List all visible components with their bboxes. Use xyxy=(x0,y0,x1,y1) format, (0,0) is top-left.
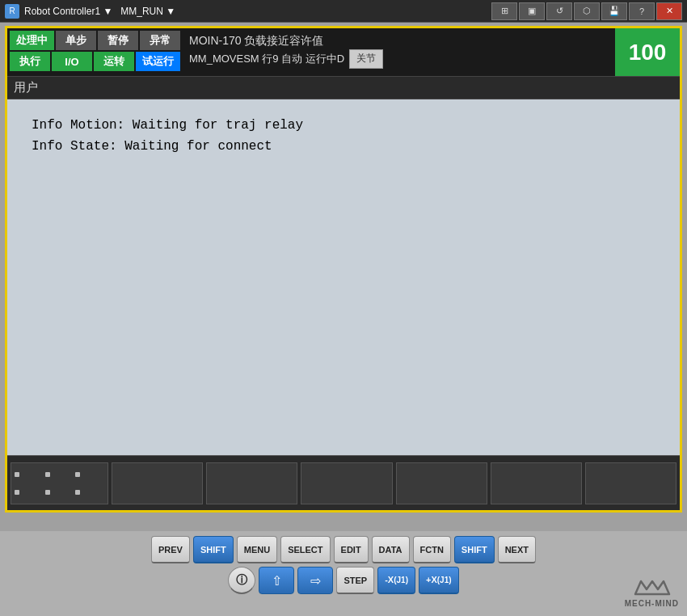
fn-btn-7[interactable] xyxy=(585,462,676,504)
select-btn[interactable]: SELECT xyxy=(280,536,330,563)
io-btn[interactable]: I/O xyxy=(52,52,92,71)
title-bar: R Robot Controller1 ▼ MM_RUN ▼ ⊞ ▣ ↺ ⬡ 💾… xyxy=(0,0,687,23)
title-text: Robot Controller1 ▼ MM_RUN ▼ xyxy=(24,6,491,17)
mech-mind-svg-icon xyxy=(631,575,672,597)
prev-btn[interactable]: PREV xyxy=(151,536,190,563)
fn-panel xyxy=(7,455,680,510)
data-btn[interactable]: DATA xyxy=(372,536,410,563)
user-label: 用户 xyxy=(7,77,680,99)
keyboard-row2: ⓘ ⇧ ⇨ STEP -X(J1) +X(J1) xyxy=(8,567,679,594)
display-line1: Info Motion: Waiting for traj relay xyxy=(32,116,655,137)
fn-btn-5[interactable] xyxy=(396,462,487,504)
fn-btn-1[interactable] xyxy=(11,462,108,504)
status-line2: MM_MOVESM 行9 自动 运行中D 关节 xyxy=(189,49,609,68)
run-btn[interactable]: 运转 xyxy=(94,52,134,71)
status-bar: 处理中 单步 暂停 异常 执行 I/O 运转 试运行 MOIN-170 负载接近… xyxy=(7,28,680,77)
title-buttons: ⊞ ▣ ↺ ⬡ 💾 ? ✕ xyxy=(491,2,682,20)
fctn-btn[interactable]: FCTN xyxy=(413,536,451,563)
x-minus-btn[interactable]: -X(J1) xyxy=(377,567,415,594)
forward-arrow-btn[interactable]: ⇨ xyxy=(297,567,333,594)
keyboard-row1: PREV SHIFT MENU SELECT EDIT DATA FCTN SH… xyxy=(8,536,679,563)
status-counter: 100 xyxy=(615,28,680,76)
mech-mind-logo: MECH-MIND xyxy=(625,575,679,608)
app-icon: R xyxy=(5,4,19,19)
status-buttons: 处理中 单步 暂停 异常 执行 I/O 运转 试运行 xyxy=(7,28,183,76)
fn-btn-4[interactable] xyxy=(301,462,392,504)
edit-btn[interactable]: EDIT xyxy=(334,536,369,563)
grid-btn[interactable]: ⊞ xyxy=(491,2,517,20)
shift-btn-left[interactable]: SHIFT xyxy=(193,536,234,563)
save-btn[interactable]: 💾 xyxy=(601,2,627,20)
x-plus-btn[interactable]: +X(J1) xyxy=(419,567,459,594)
single-step-btn[interactable]: 单步 xyxy=(56,31,96,50)
stop-btn[interactable]: ⬡ xyxy=(574,2,600,20)
status-line1: MOIN-170 负载接近容许值 xyxy=(189,32,609,49)
info-btn[interactable]: ⓘ xyxy=(228,567,255,594)
svg-marker-0 xyxy=(635,581,669,594)
close-btn[interactable]: ✕ xyxy=(656,2,682,20)
trial-run-btn[interactable]: 试运行 xyxy=(136,52,180,71)
status-info: MOIN-170 负载接近容许值 MM_MOVESM 行9 自动 运行中D 关节 xyxy=(183,28,615,76)
next-btn[interactable]: NEXT xyxy=(498,536,536,563)
keyboard-area: PREV SHIFT MENU SELECT EDIT DATA FCTN SH… xyxy=(0,531,687,616)
menu-btn[interactable]: MENU xyxy=(237,536,277,563)
execute-btn[interactable]: 执行 xyxy=(10,52,50,71)
monitor-btn[interactable]: ▣ xyxy=(519,2,545,20)
error-btn[interactable]: 异常 xyxy=(140,31,180,50)
up-arrow-btn[interactable]: ⇧ xyxy=(259,567,294,594)
pause-btn[interactable]: 暂停 xyxy=(98,31,138,50)
processing-btn[interactable]: 处理中 xyxy=(10,31,54,50)
joint-badge: 关节 xyxy=(349,49,383,68)
display-area: Info Motion: Waiting for traj relay Info… xyxy=(7,99,680,455)
help-btn[interactable]: ? xyxy=(629,2,655,20)
display-line2: Info State: Waiting for connect xyxy=(32,137,655,158)
logo-text: MECH-MIND xyxy=(625,599,679,608)
step-btn[interactable]: STEP xyxy=(336,567,374,594)
fn-btn-2[interactable] xyxy=(112,462,203,504)
fn-btn-3[interactable] xyxy=(206,462,297,504)
fn-btn-6[interactable] xyxy=(491,462,582,504)
main-container: 处理中 单步 暂停 异常 执行 I/O 运转 试运行 MOIN-170 负载接近… xyxy=(5,26,682,513)
refresh-btn[interactable]: ↺ xyxy=(546,2,572,20)
shift-btn-right[interactable]: SHIFT xyxy=(454,536,495,563)
